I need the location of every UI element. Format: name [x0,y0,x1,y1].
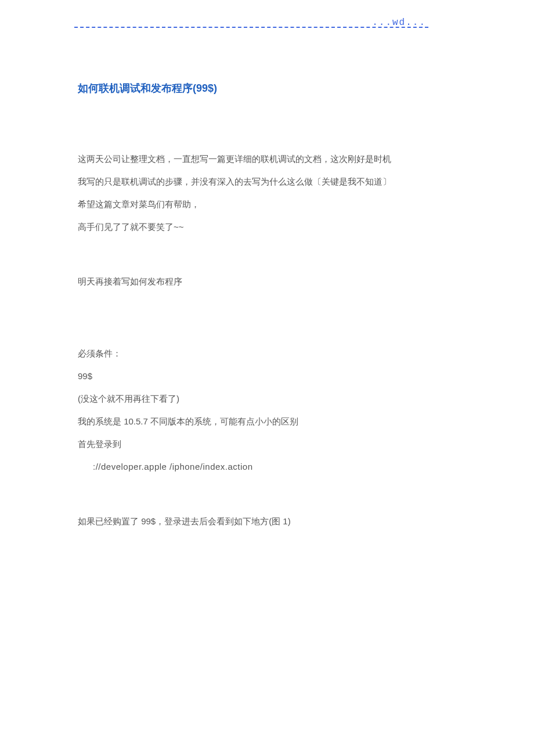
paragraph: 我的系统是 10.5.7 不同版本的系统，可能有点小小的区别 [78,410,456,433]
paragraph: (没这个就不用再往下看了) [78,387,456,410]
paragraph-group-2: 明天再接着写如何发布程序 [78,270,456,293]
paragraph: 我写的只是联机调试的步骤，并没有深入的去写为什么这么做〔关键是我不知道〕 [78,170,456,193]
paragraph: 首先登录到 [78,433,456,455]
paragraph: 99$ [78,365,456,387]
paragraph-group-1: 这两天公司让整理文档，一直想写一篇更详细的联机调试的文档，这次刚好是时机 我写的… [78,147,456,238]
url-text: ://developer.apple /iphone/index.action [78,455,456,478]
paragraph: 明天再接着写如何发布程序 [78,270,456,293]
header-divider [74,27,428,28]
paragraph: 希望这篇文章对菜鸟们有帮助， [78,193,456,215]
document-title: 如何联机调试和发布程序(99$) [78,81,456,95]
paragraph-group-4: 如果已经购置了 99$，登录进去后会看到如下地方(图 1) [78,510,456,532]
paragraph: 必须条件： [78,342,456,365]
paragraph: 这两天公司让整理文档，一直想写一篇更详细的联机调试的文档，这次刚好是时机 [78,147,456,170]
document-content: 如何联机调试和发布程序(99$) 这两天公司让整理文档，一直想写一篇更详细的联机… [78,81,456,532]
paragraph-group-3: 必须条件： 99$ (没这个就不用再往下看了) 我的系统是 10.5.7 不同版… [78,342,456,478]
paragraph: 高手们见了了就不要笑了~~ [78,215,456,238]
paragraph: 如果已经购置了 99$，登录进去后会看到如下地方(图 1) [78,510,456,532]
